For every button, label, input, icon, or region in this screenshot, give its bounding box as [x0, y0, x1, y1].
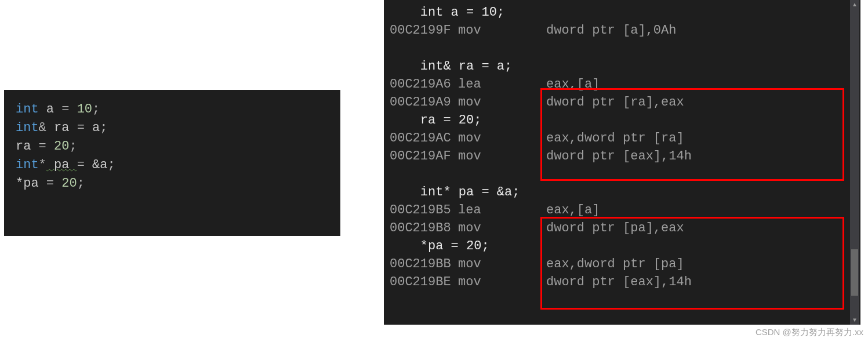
asm-line: 00C219AFmovdword ptr [eax],14h	[384, 147, 860, 165]
address: 00C219AF	[390, 147, 458, 165]
asm-line: 00C2199Fmovdword ptr [a],0Ah	[384, 21, 860, 39]
source-line: int* pa = &a;	[384, 183, 860, 201]
mnemonic: lea	[458, 201, 546, 219]
mnemonic: mov	[458, 219, 546, 237]
operands: eax,dword ptr [ra]	[546, 131, 684, 146]
asm-line: 00C219ACmoveax,dword ptr [ra]	[384, 129, 860, 147]
var-ra: ra	[46, 121, 77, 135]
ampersand: &	[39, 121, 46, 135]
equals: =	[77, 158, 92, 172]
mnemonic: mov	[458, 21, 546, 39]
operands: dword ptr [pa],eax	[546, 221, 684, 235]
mnemonic: mov	[458, 255, 546, 273]
mnemonic: mov	[458, 93, 546, 111]
keyword-int: int	[16, 102, 39, 117]
number-literal: 20	[54, 139, 69, 154]
code-line: int* pa = &a;	[10, 156, 335, 175]
address: 00C219BE	[390, 273, 458, 291]
var-a: a	[39, 102, 62, 117]
asm-line: 00C219BBmoveax,dword ptr [pa]	[384, 255, 860, 273]
semicolon: ;	[77, 176, 85, 191]
number-literal: 20	[61, 176, 77, 191]
semicolon: ;	[69, 139, 77, 154]
address: 00C219A9	[390, 93, 458, 111]
scroll-up-arrow-icon[interactable]: ▲	[850, 0, 859, 9]
vertical-scrollbar[interactable]: ▲ ▼	[850, 0, 859, 325]
equals: =	[46, 176, 61, 191]
operands: eax,dword ptr [pa]	[546, 257, 684, 271]
operands: dword ptr [eax],14h	[546, 149, 692, 163]
semicolon: ;	[92, 102, 100, 117]
operands: eax,[a]	[546, 203, 600, 217]
address-of-a: &a	[92, 158, 107, 172]
scroll-thumb[interactable]	[851, 249, 858, 296]
mnemonic: mov	[458, 147, 546, 165]
keyword-int: int	[16, 121, 39, 135]
asterisk: *	[39, 158, 46, 172]
source-code-panel: int a = 10; int& ra = a; ra = 20; int* p…	[4, 90, 340, 236]
semicolon: ;	[107, 158, 115, 172]
blank-line	[384, 39, 860, 57]
keyword-int: int	[16, 158, 39, 172]
var-a: a	[92, 121, 100, 135]
code-line: ra = 20;	[10, 137, 335, 156]
address: 00C219AC	[390, 129, 458, 147]
address: 00C219BB	[390, 255, 458, 273]
operands: dword ptr [a],0Ah	[546, 23, 676, 38]
source-line: *pa = 20;	[384, 237, 860, 255]
operands: dword ptr [eax],14h	[546, 275, 692, 289]
asm-line: 00C219A9movdword ptr [ra],eax	[384, 93, 860, 111]
code-line: int& ra = a;	[10, 119, 335, 137]
semicolon: ;	[100, 121, 107, 135]
operands: dword ptr [ra],eax	[546, 95, 684, 110]
code-line: *pa = 20;	[10, 175, 335, 193]
equals: =	[77, 121, 92, 135]
var-pa-warning: pa	[46, 158, 77, 172]
address: 00C219B8	[390, 219, 458, 237]
number-literal: 10	[77, 102, 92, 117]
address: 00C219B5	[390, 201, 458, 219]
equals: =	[39, 139, 54, 154]
mnemonic: lea	[458, 75, 546, 93]
asm-line: 00C219B8movdword ptr [pa],eax	[384, 219, 860, 237]
operands: eax,[a]	[546, 77, 600, 92]
var-ra: ra	[16, 139, 39, 154]
asm-line: 00C219B5leaeax,[a]	[384, 201, 860, 219]
blank-line	[384, 165, 860, 183]
scroll-down-arrow-icon[interactable]: ▼	[850, 315, 859, 325]
watermark-text: CSDN @努力努力再努力.xx	[756, 327, 863, 338]
asm-line: 00C219BEmovdword ptr [eax],14h	[384, 273, 860, 291]
code-line: int a = 10;	[10, 100, 335, 119]
source-line: ra = 20;	[384, 111, 860, 129]
address: 00C219A6	[390, 75, 458, 93]
mnemonic: mov	[458, 129, 546, 147]
equals: =	[61, 102, 77, 117]
deref-pa: *pa	[16, 176, 46, 191]
source-line: int& ra = a;	[384, 57, 860, 75]
source-line: int a = 10;	[384, 3, 860, 21]
disassembly-panel: int a = 10; 00C2199Fmovdword ptr [a],0Ah…	[384, 0, 860, 325]
asm-line: 00C219A6leaeax,[a]	[384, 75, 860, 93]
mnemonic: mov	[458, 273, 546, 291]
address: 00C2199F	[390, 21, 458, 39]
